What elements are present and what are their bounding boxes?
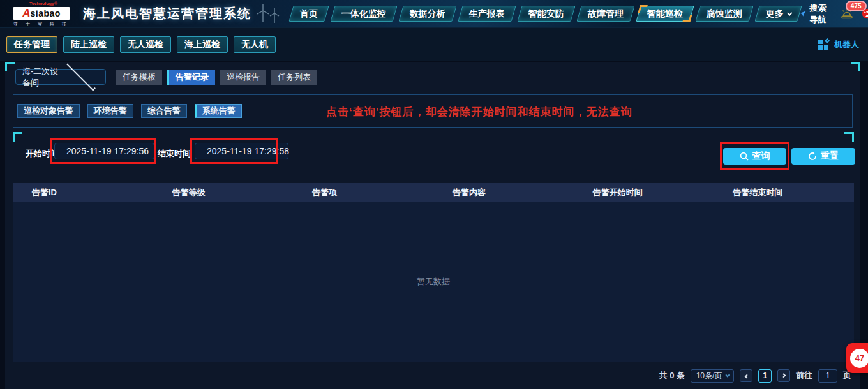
total-count-label: 共 0 条	[659, 370, 685, 381]
toolbar-unmanned-inspection[interactable]: 无人巡检	[120, 36, 171, 53]
robot-grid-icon	[818, 39, 830, 50]
nav-integrated-monitoring[interactable]: 一体化监控	[330, 6, 397, 22]
floating-badge-count: 47	[850, 349, 868, 368]
reset-icon	[808, 152, 817, 161]
alarm-type-system[interactable]: 系统告警	[195, 104, 242, 118]
app-header: Technology® Asiabao 亚 士 宝 科 技 海上风电智慧运营管理…	[0, 0, 868, 28]
device-select-value: 海-二次设备间	[22, 66, 59, 89]
logo-box: Asiabao	[13, 7, 70, 20]
goto-label: 前往	[796, 370, 812, 381]
header-right-cluster: 搜索导航 475	[800, 3, 868, 26]
page-number-button[interactable]: 1	[758, 369, 772, 383]
tab-task-list[interactable]: 任务列表	[271, 70, 317, 85]
query-button[interactable]: 查询	[723, 148, 786, 165]
wind-turbine-decoration	[255, 3, 281, 25]
toolbar-drone[interactable]: 无人机	[234, 36, 276, 53]
chevron-down-icon	[726, 372, 730, 377]
robot-button[interactable]: 机器人	[818, 28, 859, 61]
search-icon	[740, 152, 749, 161]
col-alarm-end-time: 告警结束时间	[714, 187, 854, 198]
nav-home[interactable]: 首页	[288, 6, 329, 22]
page-size-value: 10条/页	[696, 371, 722, 381]
app-title: 海上风电智慧运营管理系统	[83, 5, 251, 22]
alarm-type-comprehensive[interactable]: 综合告警	[141, 104, 187, 118]
panel-corner-top-right	[851, 62, 860, 71]
start-time-picker[interactable]: 2025-11-19 17:29:56	[54, 143, 154, 159]
goto-page-input[interactable]	[818, 369, 837, 383]
paper-plane-icon	[800, 9, 807, 18]
robot-label: 机器人	[834, 39, 859, 50]
logo-brand-text: siabao	[30, 9, 60, 18]
nav-corrosion-monitoring[interactable]: 腐蚀监测	[695, 6, 753, 22]
end-time-value: 2025-11-19 17:29:58	[207, 146, 289, 156]
toolbar-offshore-inspection[interactable]: 海上巡检	[177, 36, 228, 53]
table-body-empty: 暂无数据	[13, 202, 854, 362]
chevron-down-icon	[66, 61, 96, 91]
alarm-type-environment[interactable]: 环境告警	[87, 104, 133, 118]
col-alarm-start-time: 告警开始时间	[574, 187, 714, 198]
search-nav-label: 搜索导航	[810, 3, 832, 26]
tab-inspection-report[interactable]: 巡检报告	[220, 70, 266, 85]
end-time-label: 结束时间	[158, 148, 191, 159]
logo-subtext: 亚 士 宝 科 技	[13, 21, 70, 27]
alarm-table: 告警ID 告警等级 告警项 告警内容 告警开始时间 告警结束时间 暂无数据	[13, 183, 854, 362]
alarm-notifications-button[interactable]: 475	[841, 8, 853, 22]
tab-alarm-records[interactable]: 告警记录	[167, 70, 215, 85]
pagination: 共 0 条 10条/页 1 前往 页	[659, 369, 851, 383]
alarm-type-inspection-object[interactable]: 巡检对象告警	[17, 104, 80, 118]
company-logo: Technology® Asiabao 亚 士 宝 科 技	[0, 0, 71, 28]
nav-production-report[interactable]: 生产报表	[458, 6, 516, 22]
panel-tabs: 任务模板 告警记录 巡检报告 任务列表	[116, 70, 317, 85]
prev-page-button[interactable]	[740, 369, 752, 382]
col-alarm-content: 告警内容	[433, 187, 574, 198]
floating-notification-badge[interactable]: 47	[846, 343, 868, 373]
toolbar-task-management[interactable]: 任务管理	[6, 36, 57, 53]
module-toolbar: 任务管理 陆上巡检 无人巡检 海上巡检 无人机 机器人	[0, 28, 868, 61]
start-time-value: 2025-11-19 17:29:56	[66, 146, 149, 156]
empty-state-text: 暂无数据	[417, 276, 450, 288]
reset-button[interactable]: 重置	[791, 148, 855, 165]
nav-more[interactable]: 更多	[754, 6, 802, 22]
alarm-count-badge: 475	[846, 1, 867, 11]
col-alarm-item: 告警项	[293, 187, 433, 198]
alarm-type-panel: 巡检对象告警 环境告警 综合告警 系统告警 点击‘查询’按钮后，却会清除开始时间…	[13, 94, 853, 128]
end-time-picker[interactable]: 2025-11-19 17:29:58	[195, 143, 288, 159]
panel-corner-top-left	[5, 62, 15, 71]
col-alarm-level: 告警等级	[153, 187, 294, 198]
table-header-row: 告警ID 告警等级 告警项 告警内容 告警开始时间 告警结束时间	[13, 183, 854, 202]
search-nav-button[interactable]: 搜索导航	[800, 3, 832, 26]
app-root: Technology® Asiabao 亚 士 宝 科 技 海上风电智慧运营管理…	[0, 0, 868, 389]
logo-letter-a: A	[22, 8, 30, 18]
panel-header-row: 海-二次设备间 任务模板 告警记录 巡检报告 任务列表	[15, 69, 317, 85]
nav-data-analysis[interactable]: 数据分析	[398, 6, 456, 22]
chevron-left-icon	[744, 374, 749, 378]
bug-annotation-text: 点击‘查询’按钮后，却会清除开始时间和结束时间，无法查询	[326, 105, 632, 119]
filter-row: 开始时间 2025-11-19 17:29:56 结束时间 2025-11-19…	[13, 132, 854, 175]
chevron-right-icon	[781, 373, 786, 378]
logo-technology-text: Technology®	[29, 1, 57, 6]
chevron-down-icon	[787, 10, 792, 15]
filter-corner-top-right	[844, 132, 854, 142]
toolbar-onshore-inspection[interactable]: 陆上巡检	[63, 36, 114, 53]
nav-fault-management[interactable]: 故障管理	[576, 6, 634, 22]
nav-smart-security[interactable]: 智能安防	[517, 6, 575, 22]
page-size-select[interactable]: 10条/页	[691, 369, 734, 383]
main-nav: 首页 一体化监控 数据分析 生产报表 智能安防 故障管理 智能巡检 腐蚀监测 更…	[291, 6, 800, 22]
main-panel: 海-二次设备间 任务模板 告警记录 巡检报告 任务列表 巡检对象告警 环境告警 …	[5, 62, 860, 389]
col-alarm-id: 告警ID	[13, 187, 153, 198]
tab-task-template[interactable]: 任务模板	[116, 70, 162, 85]
device-select[interactable]: 海-二次设备间	[15, 69, 106, 85]
filter-corner-top-left	[13, 132, 22, 142]
next-page-button[interactable]	[777, 369, 790, 382]
nav-smart-inspection[interactable]: 智能巡检	[636, 6, 694, 22]
